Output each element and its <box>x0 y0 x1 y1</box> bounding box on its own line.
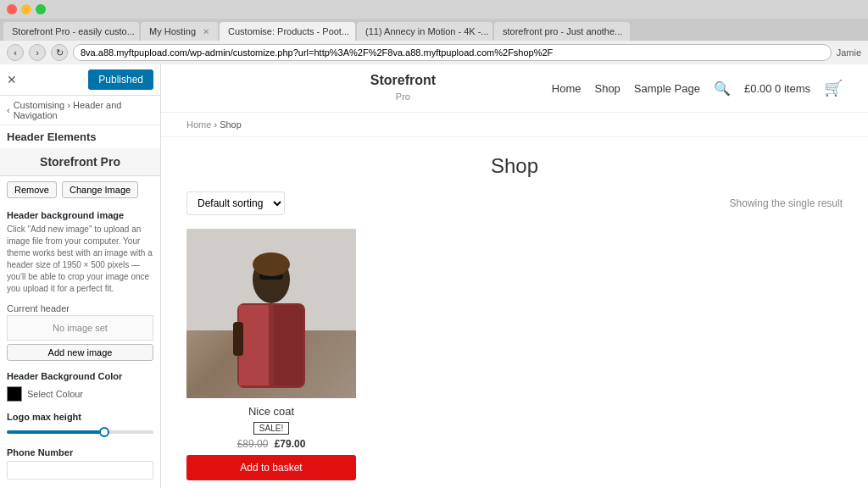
shop-toolbar: Default sorting Showing the single resul… <box>186 191 843 215</box>
tab-annecy[interactable]: (11) Annecy in Motion - 4K -... ✕ <box>357 22 492 41</box>
product-info: Nice coat SALE! £89.00 £79.00 Add to bas… <box>186 398 356 487</box>
nav-sample-page[interactable]: Sample Page <box>634 82 700 95</box>
minimize-traffic-light[interactable] <box>21 4 31 14</box>
tabs-bar: Storefront Pro - easily custo... ✕ My Ho… <box>0 19 868 41</box>
email-label: Email <box>0 481 160 488</box>
cart-icon[interactable]: 🛒 <box>824 79 843 97</box>
logo-max-height-label: Logo max height <box>0 405 160 424</box>
site-header: Storefront Pro Home Shop Sample Page 🔍 £… <box>161 64 868 113</box>
color-row: Select Colour <box>0 383 160 405</box>
product-grid: Nice coat SALE! £89.00 £79.00 Add to bas… <box>186 229 843 487</box>
back-arrow-icon: ‹ <box>7 105 10 115</box>
color-swatch[interactable] <box>7 386 22 402</box>
header-bg-color-label: Header Background Color <box>0 364 160 383</box>
close-traffic-light[interactable] <box>7 4 17 14</box>
tab-storefront2[interactable]: storefront pro - Just anothe... ✕ <box>494 22 630 41</box>
refresh-button[interactable]: ↻ <box>51 44 68 61</box>
customizer-header: ✕ Published <box>0 64 160 96</box>
shop-title: Shop <box>186 154 843 178</box>
remove-button[interactable]: Remove <box>7 181 57 198</box>
site-logo-text: Storefront Pro <box>370 73 436 103</box>
result-count: Showing the single result <box>730 197 843 209</box>
slider-fill <box>7 430 102 434</box>
current-header-label: Current header <box>0 300 160 315</box>
no-image-box: No image set <box>7 315 153 341</box>
tab-storefront[interactable]: Storefront Pro - easily custo... ✕ <box>3 22 139 41</box>
add-to-basket-button[interactable]: Add to basket <box>186 455 356 480</box>
breadcrumb-home[interactable]: Home <box>186 119 211 130</box>
breadcrumb-current: Shop <box>220 119 242 130</box>
logo-height-slider[interactable] <box>0 424 160 441</box>
product-prices: £89.00 £79.00 <box>186 438 356 450</box>
product-image-placeholder <box>186 229 356 398</box>
nav-home[interactable]: Home <box>552 82 581 95</box>
forward-button[interactable]: › <box>29 44 46 61</box>
sale-price: £79.00 <box>275 438 306 450</box>
product-name: Nice coat <box>186 405 356 418</box>
site-logo: Storefront Pro <box>370 73 436 103</box>
nav-shop[interactable]: Shop <box>594 82 620 95</box>
site-nav: Home Shop Sample Page 🔍 £0.00 0 items 🛒 <box>552 79 843 97</box>
sale-badge: SALE! <box>253 422 289 435</box>
back-button[interactable]: ‹ <box>7 44 24 61</box>
preview-area: Storefront Pro Home Shop Sample Page 🔍 £… <box>161 64 868 488</box>
product-image <box>186 229 356 398</box>
slider-track <box>7 430 153 434</box>
tab-close-myhosting[interactable]: ✕ <box>203 27 209 36</box>
main-layout: ✕ Published ‹ Customising › Header and N… <box>0 64 868 488</box>
svg-rect-5 <box>239 305 269 385</box>
tab-label: Customise: Products - Poot... <box>228 26 349 36</box>
shop-content: Shop Default sorting Showing the single … <box>161 137 868 488</box>
tab-myhosting[interactable]: My Hosting ✕ <box>141 22 218 41</box>
tab-label: (11) Annecy in Motion - 4K -... <box>365 26 489 36</box>
tab-close-storefront2[interactable]: ✕ <box>629 27 630 36</box>
section-title: Header Elements <box>0 125 160 148</box>
change-image-button[interactable]: Change Image <box>62 181 138 198</box>
image-btn-row: Remove Change Image <box>0 176 160 203</box>
user-label: Jamie <box>837 47 861 58</box>
address-input[interactable] <box>73 44 832 61</box>
hint-text: Click "Add new image" to upload an image… <box>0 222 160 300</box>
search-icon[interactable]: 🔍 <box>714 80 731 97</box>
logo-area: Storefront Pro <box>0 148 160 176</box>
tab-label: Storefront Pro - easily custo... <box>12 26 135 36</box>
slider-thumb[interactable] <box>99 427 109 437</box>
title-bar <box>0 0 868 19</box>
close-customizer-button[interactable]: ✕ <box>7 73 17 86</box>
breadcrumb: Home › Shop <box>161 113 868 137</box>
breadcrumb-text: Customising › Header and Navigation <box>14 100 153 120</box>
select-colour-label[interactable]: Select Colour <box>27 389 83 399</box>
original-price: £89.00 <box>237 438 269 450</box>
svg-rect-6 <box>274 305 303 385</box>
svg-point-8 <box>253 252 290 276</box>
svg-rect-9 <box>233 322 243 356</box>
phone-number-label: Phone Number <box>0 441 160 459</box>
back-nav[interactable]: ‹ Customising › Header and Navigation <box>0 96 160 125</box>
product-card: Nice coat SALE! £89.00 £79.00 Add to bas… <box>186 229 356 487</box>
address-bar-row: ‹ › ↻ Jamie <box>0 41 868 64</box>
publish-button[interactable]: Published <box>88 69 153 90</box>
tab-label: My Hosting <box>149 26 196 36</box>
tab-customise[interactable]: Customise: Products - Poot... ✕ <box>220 22 355 41</box>
header-bg-image-label: Header background image <box>0 203 160 222</box>
add-new-image-button[interactable]: Add new image <box>7 344 153 361</box>
fullscreen-traffic-light[interactable] <box>36 4 46 14</box>
tab-label: storefront pro - Just anothe... <box>503 26 622 36</box>
customizer-sidebar: ✕ Published ‹ Customising › Header and N… <box>0 64 161 488</box>
browser-window: Storefront Pro - easily custo... ✕ My Ho… <box>0 0 868 488</box>
traffic-lights <box>7 4 46 14</box>
cart-price[interactable]: £0.00 0 items <box>744 82 810 95</box>
sort-select[interactable]: Default sorting <box>186 191 285 215</box>
phone-input[interactable] <box>7 461 153 480</box>
